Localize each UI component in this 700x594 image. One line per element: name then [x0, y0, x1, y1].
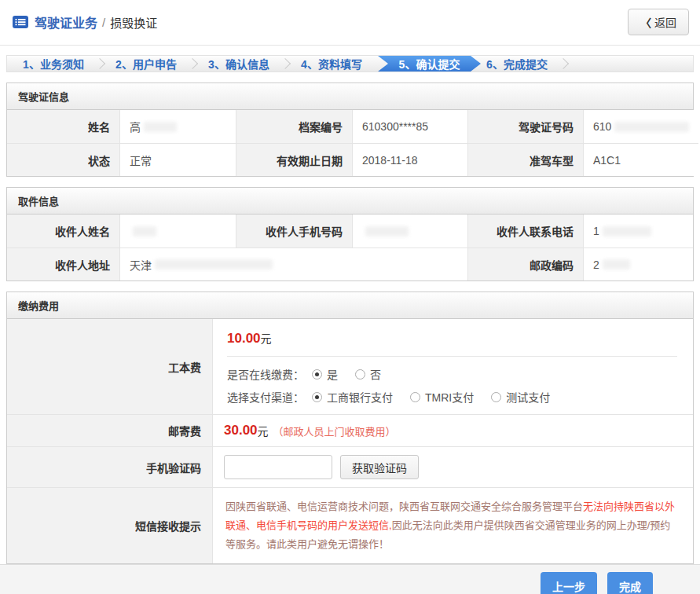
- online-pay-no-label: 否: [370, 366, 381, 382]
- postal-code-label: 邮政编码: [468, 248, 584, 280]
- step-2-user-declaration: 2、用户申告: [100, 56, 192, 72]
- breadcrumb-current: 损毁换证: [110, 14, 157, 31]
- pay-channel-row: 选择支付渠道： 工商银行支付 TMRI支付 测试支付: [227, 389, 682, 405]
- postage-fee-cell: 30.00元 （邮政人员上门收取费用）: [213, 414, 693, 446]
- online-pay-option-no: 否: [355, 366, 381, 382]
- top-bar: 驾驶证业务 / 损毁换证 〈返回: [0, 0, 700, 46]
- page: 驾驶证业务 / 损毁换证 〈返回 1、业务须知 2、用户申告 3、确认信息 4、…: [0, 0, 700, 594]
- file-number-value: 610300****85: [353, 110, 468, 143]
- license-info-section: 驾驶证信息 姓名 高 档案编号 610300****85 驾驶证号码 610 状…: [6, 82, 694, 177]
- step-1-business-notice: 1、业务须知: [7, 56, 100, 72]
- channel-test-label: 测试支付: [506, 389, 550, 405]
- captcha-cell: 获取验证码: [213, 446, 693, 487]
- captcha-input[interactable]: [224, 455, 332, 479]
- online-pay-yes-radio[interactable]: [312, 369, 322, 380]
- recipient-phone-value: 1: [584, 214, 693, 248]
- recipient-address-label: 收件人地址: [7, 248, 120, 280]
- footer-action-bar: 上一步 完成: [0, 564, 700, 594]
- postage-fee-note: （邮政人员上门收取费用）: [273, 424, 396, 438]
- sms-notice-text: 因陕西省联通、电信运营商技术问题，陕西省互联网交通安全综合服务管理平台无法向持陕…: [224, 496, 682, 556]
- name-value: 高: [120, 110, 236, 143]
- vehicle-class-value: A1C1: [584, 143, 698, 176]
- fee-divider: [227, 356, 677, 357]
- work-fee-label: 工本费: [7, 319, 213, 414]
- redacted-area: [603, 226, 651, 236]
- vehicle-class-label: 准驾车型: [468, 143, 584, 176]
- payment-table: 工本费 10.00元 是否在线缴费： 是 否 选择支付渠道： 工商银行支付 TM…: [7, 319, 693, 563]
- license-section-title: 驾驶证信息: [7, 83, 693, 110]
- redacted-area: [144, 122, 177, 132]
- sms-text-part1: 因陕西省联通、电信运营商技术问题，陕西省互联网交通安全综合服务管理平台: [225, 500, 583, 512]
- step-3-confirm-info: 3、确认信息: [192, 56, 285, 72]
- redacted-area: [155, 259, 273, 270]
- redacted-area: [603, 259, 630, 270]
- step-6-complete-submit: 6、完成提交: [471, 56, 563, 72]
- recipient-mobile-label: 收件人手机号码: [236, 214, 353, 248]
- license-number-label: 驾驶证号码: [468, 110, 584, 143]
- step-3-label: 3、确认信息: [208, 56, 269, 72]
- payment-section: 缴纳费用 工本费 10.00元 是否在线缴费： 是 否 选择支付渠道： 工商银行…: [6, 292, 694, 564]
- captcha-label: 手机验证码: [7, 446, 213, 487]
- step-bar-filler: [563, 56, 693, 72]
- step-1-label: 1、业务须知: [23, 56, 84, 72]
- pickup-info-section: 取件信息 收件人姓名 收件人手机号码 收件人联系电话 1 收件人地址 天津 邮政…: [6, 187, 694, 281]
- work-fee-amount: 10.00: [227, 331, 261, 346]
- get-captcha-button[interactable]: 获取验证码: [340, 455, 419, 479]
- page-title: 驾驶证业务: [35, 13, 97, 31]
- step-6-label: 6、完成提交: [486, 56, 548, 72]
- breadcrumb-separator: /: [102, 16, 105, 29]
- status-label: 状态: [7, 143, 120, 176]
- channel-tmri-radio[interactable]: [410, 392, 420, 402]
- previous-step-button[interactable]: 上一步: [541, 572, 597, 594]
- recipient-phone-label: 收件人联系电话: [468, 214, 584, 248]
- recipient-address-value: 天津: [120, 248, 468, 280]
- pickup-info-table: 收件人姓名 收件人手机号码 收件人联系电话 1 收件人地址 天津 邮政编码 2: [7, 214, 693, 280]
- step-4-fill-data: 4、资料填写: [285, 56, 378, 72]
- back-button[interactable]: 〈返回: [628, 9, 689, 35]
- step-2-label: 2、用户申告: [115, 56, 177, 72]
- postage-fee-label: 邮寄费: [7, 414, 213, 446]
- postal-code-value: 2: [584, 248, 693, 280]
- license-number-value: 610: [584, 110, 698, 143]
- work-fee-cell: 10.00元 是否在线缴费： 是 否 选择支付渠道： 工商银行支付 TMRI支付…: [213, 319, 693, 414]
- online-pay-no-radio[interactable]: [355, 369, 365, 380]
- step-5-confirm-submit-current: 5、确认提交: [378, 56, 481, 72]
- sms-notice-cell: 因陕西省联通、电信运营商技术问题，陕西省互联网交通安全综合服务管理平台无法向持陕…: [213, 487, 693, 563]
- finish-button[interactable]: 完成: [607, 572, 653, 594]
- list-icon: [13, 16, 28, 28]
- online-pay-option-yes: 是: [312, 366, 338, 382]
- payment-section-title: 缴纳费用: [7, 292, 693, 319]
- pay-channel-question: 选择支付渠道：: [227, 389, 304, 405]
- channel-test-radio[interactable]: [491, 392, 501, 402]
- online-pay-question: 是否在线缴费：: [227, 366, 304, 382]
- name-label: 姓名: [7, 110, 120, 143]
- recipient-name-label: 收件人姓名: [7, 214, 120, 248]
- postage-fee-amount: 30.00: [224, 423, 258, 438]
- back-chevron-icon: 〈: [640, 16, 651, 29]
- channel-option-test: 测试支付: [491, 389, 550, 405]
- license-info-table: 姓名 高 档案编号 610300****85 驾驶证号码 610 状态 正常 有…: [7, 110, 693, 176]
- redacted-area: [365, 226, 409, 236]
- back-button-label: 返回: [654, 16, 676, 29]
- online-pay-row: 是否在线缴费： 是 否: [227, 366, 682, 382]
- channel-tmri-label: TMRI支付: [425, 389, 474, 405]
- channel-option-tmri: TMRI支付: [410, 389, 474, 405]
- recipient-name-value: [120, 214, 236, 248]
- step-4-label: 4、资料填写: [301, 56, 362, 72]
- channel-option-icbc: 工商银行支付: [312, 389, 393, 405]
- file-number-label: 档案编号: [236, 110, 353, 143]
- online-pay-yes-label: 是: [327, 366, 338, 382]
- step-wizard: 1、业务须知 2、用户申告 3、确认信息 4、资料填写 5、确认提交 6、完成提…: [6, 55, 694, 72]
- postage-fee-unit: 元: [258, 423, 269, 438]
- sms-notice-label: 短信接收提示: [7, 487, 213, 563]
- recipient-mobile-value: [353, 214, 468, 248]
- step-5-label: 5、确认提交: [399, 56, 460, 72]
- channel-icbc-label: 工商银行支付: [327, 389, 393, 405]
- redacted-area: [133, 226, 156, 236]
- channel-icbc-radio[interactable]: [312, 392, 322, 402]
- redacted-area: [614, 122, 689, 132]
- expiry-date-label: 有效期止日期: [236, 143, 353, 176]
- expiry-date-value: 2018-11-18: [353, 143, 468, 176]
- work-fee-unit: 元: [261, 332, 272, 345]
- status-value: 正常: [120, 143, 236, 176]
